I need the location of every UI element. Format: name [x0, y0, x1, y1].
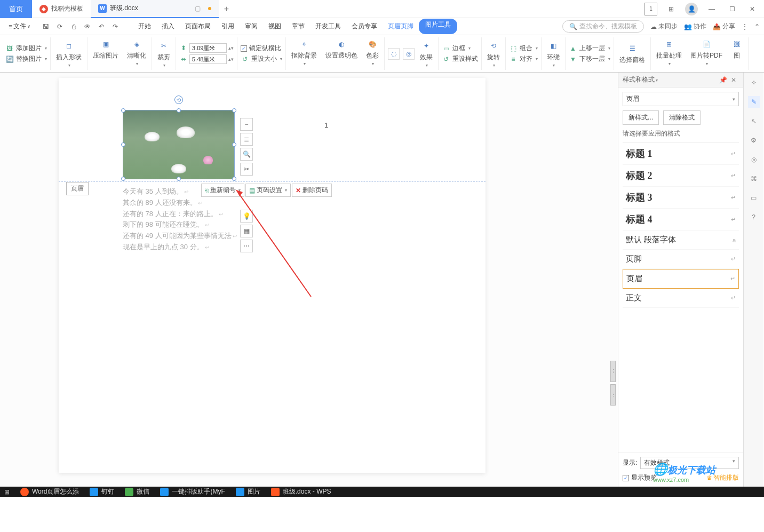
align-button[interactable]: ≡对齐 — [509, 54, 538, 63]
qat-undo-icon[interactable]: ↶ — [97, 22, 106, 31]
width-input[interactable]: 5.48厘米 — [189, 54, 227, 64]
float-more-icon[interactable]: ⋯ — [240, 240, 253, 252]
show-preview-checkbox[interactable]: ✓显示预览 — [623, 473, 657, 482]
new-style-button[interactable]: 新样式... — [623, 110, 659, 125]
taskbar-item[interactable]: Word页眉怎么添 — [20, 487, 79, 496]
style-item-body[interactable]: 正文↵ — [623, 289, 739, 308]
stepper-icon[interactable]: ▴▾ — [228, 45, 234, 51]
set-transparent-button[interactable]: ◐设置透明色 — [323, 37, 360, 70]
insert-shape-button[interactable]: ◻插入形状 — [54, 39, 84, 69]
taskbar-start-icon[interactable]: ⊞ — [4, 488, 10, 496]
resize-handle[interactable] — [232, 142, 236, 147]
color-button[interactable]: 🎨色彩 — [364, 37, 381, 70]
add-picture-button[interactable]: 🖼添加图片 — [5, 44, 47, 53]
lock-ratio-checkbox[interactable]: ✓锁定纵横比 — [241, 44, 282, 53]
float-shrink-icon[interactable]: − — [240, 118, 253, 131]
layout-icon[interactable]: 1 — [644, 3, 657, 15]
float-crop-icon[interactable]: ✂ — [240, 163, 253, 176]
resize-handle[interactable] — [177, 108, 181, 113]
float-zoom-icon[interactable]: 🔍 — [240, 148, 253, 161]
height-input[interactable]: 3.09厘米 — [189, 43, 227, 53]
topdf-button[interactable]: 📄图片转PDF — [688, 37, 725, 70]
float-gear-icon[interactable]: ▦ — [240, 225, 253, 237]
sync-status[interactable]: ☁未同步 — [650, 22, 678, 31]
resize-handle[interactable] — [121, 177, 125, 181]
resize-handle[interactable] — [121, 142, 125, 147]
more-icon[interactable]: ⋮ — [742, 23, 748, 30]
wrap-button[interactable]: ◧环绕 — [545, 39, 562, 69]
style-item-default-font[interactable]: 默认 段落字体a — [623, 231, 739, 250]
move-down-button[interactable]: ▼下移一层 — [569, 54, 610, 63]
resize-handle[interactable] — [121, 108, 125, 113]
menu-pagelayout[interactable]: 页面布局 — [180, 19, 216, 34]
effect-preset-icon[interactable]: ◌ — [388, 48, 400, 60]
style-item-heading1[interactable]: 标题 1↵ — [623, 143, 739, 165]
qat-sync-icon[interactable]: ⟳ — [55, 22, 65, 31]
tab-home[interactable]: 首页 — [0, 0, 32, 18]
float-hint-icon[interactable]: 💡 — [240, 210, 253, 223]
panel-close-icon[interactable]: ✕ — [728, 76, 739, 84]
crop-button[interactable]: ✂裁剪 — [155, 39, 172, 69]
panel-title[interactable]: 样式和格式 — [623, 75, 718, 84]
apps-icon[interactable]: ⊞ — [665, 3, 678, 15]
style-item-heading2[interactable]: 标题 2↵ — [623, 165, 739, 187]
current-style-select[interactable]: 页眉▾ — [623, 92, 739, 106]
menu-header-footer[interactable]: 页眉页脚 — [383, 19, 419, 34]
tab-active-doc[interactable]: W 班级.docx ▢ — [91, 0, 219, 18]
menu-start[interactable]: 开始 — [133, 19, 156, 34]
float-layout-icon[interactable]: ≣ — [240, 133, 253, 146]
resize-handle[interactable] — [232, 108, 236, 113]
menu-chapter[interactable]: 章节 — [286, 19, 310, 34]
menu-vip[interactable]: 会员专享 — [346, 19, 383, 34]
selected-image[interactable]: ⟲ — [123, 110, 235, 179]
file-menu[interactable]: ≡ 文件 ∨ — [4, 21, 35, 32]
user-avatar[interactable]: 👤 — [685, 3, 698, 15]
tab-template[interactable]: ◆ 找稻壳模板 — [32, 0, 91, 18]
menu-devtools[interactable]: 开发工具 — [310, 19, 346, 34]
taskbar-item[interactable]: 微信 — [125, 487, 149, 496]
resize-handle[interactable] — [232, 177, 236, 181]
collab-button[interactable]: 👥协作 — [684, 22, 706, 31]
group-button[interactable]: ⬚组合 — [509, 44, 538, 53]
renumber-button[interactable]: ⎗重新编号 — [201, 184, 244, 197]
minimize-button[interactable]: — — [705, 3, 718, 15]
taskbar-item[interactable]: 钉钉 — [90, 487, 114, 496]
compress-button[interactable]: ▣压缩图片 — [91, 37, 121, 70]
effect-button[interactable]: ✦效果 — [418, 39, 435, 69]
taskbar-item[interactable]: 图片 — [236, 487, 260, 496]
style-item-footer[interactable]: 页脚↵ — [623, 250, 739, 269]
rotate-button[interactable]: ⟲旋转 — [485, 39, 502, 69]
menu-review[interactable]: 审阅 — [240, 19, 263, 34]
style-item-header[interactable]: 页眉↵ — [623, 269, 739, 289]
scroll-jump-handle[interactable]: ⋮ — [610, 384, 616, 406]
strip-settings-icon[interactable]: ⚙ — [748, 134, 760, 146]
taskbar-item[interactable]: 班级.docx - WPS — [271, 487, 331, 496]
reset-size-button[interactable]: ↺重设大小 — [241, 54, 282, 63]
qat-print-icon[interactable]: ⎙ — [69, 22, 78, 31]
delete-number-button[interactable]: ✕删除页码 — [292, 184, 332, 197]
strip-help-icon[interactable]: ? — [748, 211, 760, 223]
style-item-heading4[interactable]: 标题 4↵ — [623, 209, 739, 231]
rotate-handle[interactable]: ⟲ — [174, 96, 183, 104]
taskbar-item[interactable]: 一键排版助手(MyF — [160, 487, 225, 496]
menu-insert[interactable]: 插入 — [156, 19, 180, 34]
command-search[interactable]: 🔍 查找命令、搜索模板 — [562, 20, 644, 33]
border-button[interactable]: ▭边框 — [442, 44, 478, 53]
close-button[interactable]: ✕ — [746, 3, 759, 15]
stepper-icon[interactable]: ▴▾ — [228, 57, 234, 62]
strip-clip-icon[interactable]: ⌘ — [748, 173, 760, 185]
scroll-jump-handle[interactable]: ⋮ — [610, 361, 616, 382]
effect-preset-icon[interactable]: ◎ — [403, 48, 415, 60]
pin-icon[interactable]: 📌 — [718, 76, 728, 84]
tab-window-icon[interactable]: ▢ — [195, 5, 201, 12]
reset-style-button[interactable]: ↺重设样式 — [442, 54, 478, 63]
strip-pen-icon[interactable]: ✎ — [748, 96, 760, 108]
selection-pane-button[interactable]: ☰选择窗格 — [617, 42, 647, 66]
pic-trunc-button[interactable]: 🖼图 — [729, 37, 745, 70]
collapse-ribbon-icon[interactable]: ⌃ — [754, 23, 760, 30]
menu-reference[interactable]: 引用 — [216, 19, 240, 34]
strip-diamond-icon[interactable]: ✧ — [748, 77, 760, 89]
tab-add[interactable]: + — [219, 0, 234, 18]
move-up-button[interactable]: ▲上移一层 — [569, 44, 610, 53]
batch-button[interactable]: ⊞批量处理 — [654, 37, 684, 70]
